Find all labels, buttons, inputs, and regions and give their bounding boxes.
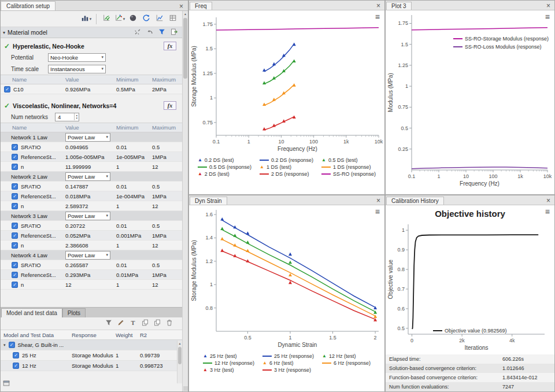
param-min-cell[interactable]: 0.01MPa [116, 272, 152, 278]
param-max-cell[interactable]: 1MPa [152, 272, 182, 278]
column-header[interactable]: Minimum [116, 124, 152, 131]
param-max-cell[interactable]: 0.5 [152, 262, 182, 268]
column-header[interactable]: Response [72, 332, 116, 338]
test-data-row[interactable]: ✓25 HzStorage Modulus10.99739 [1, 350, 182, 361]
param-min-cell[interactable]: 0.001MPa [116, 232, 152, 239]
undo-button[interactable] [144, 27, 156, 38]
row-checkbox[interactable]: ✓ [12, 232, 18, 239]
weight-cell[interactable]: 1 [116, 363, 140, 369]
row-checkbox[interactable]: ✓ [12, 154, 18, 160]
fx-button[interactable]: fx [164, 42, 176, 50]
tab-plots[interactable]: Plots [62, 308, 86, 317]
param-value-cell[interactable]: 0.926MPa [65, 86, 116, 93]
param-max-cell[interactable]: 1MPa [152, 193, 182, 199]
column-header[interactable]: Value [65, 76, 116, 83]
param-value-cell[interactable]: 2.386608 [65, 242, 116, 249]
copy-button[interactable] [139, 318, 151, 330]
param-value-cell[interactable]: 1.005e-005MPa [65, 154, 116, 160]
run-calibration-button[interactable] [101, 13, 112, 25]
param-min-cell[interactable]: 1 [116, 164, 152, 170]
tab-dyn-strain[interactable]: Dyn Strain [190, 197, 227, 205]
param-value-cell[interactable]: 0.265587 [65, 262, 116, 268]
fx-button[interactable]: fx [164, 101, 176, 110]
column-header[interactable]: Model and Test Data [3, 332, 72, 338]
column-header[interactable]: Name [4, 124, 65, 131]
menu-icon[interactable]: ≡ [545, 207, 550, 216]
param-min-cell[interactable]: 0.01 [116, 262, 152, 268]
param-min-cell[interactable]: 0.5MPa [116, 86, 152, 93]
param-value-cell[interactable]: 11.999999 [65, 164, 116, 170]
param-value-cell[interactable]: 0.20722 [65, 223, 116, 229]
scrollbar-thumb[interactable] [178, 347, 182, 364]
scroll-up-icon[interactable]: ▲ [177, 341, 182, 346]
dyn-chart[interactable]: 0.811.21.41.60.511.52Dynamic StrainStora… [190, 205, 384, 352]
row-checkbox[interactable]: ✓ [13, 363, 19, 369]
close-icon[interactable]: × [374, 2, 383, 10]
param-value-cell[interactable]: 0.293MPa [65, 272, 116, 278]
network-4-law-select[interactable]: Power Law▾ [65, 251, 110, 260]
column-header[interactable]: R2 [140, 332, 182, 338]
param-value-cell[interactable]: 2.589372 [65, 203, 116, 209]
dropdown-arrow-icon[interactable]: ▾ [90, 17, 92, 21]
network-2-law-select[interactable]: Power Law▾ [65, 172, 110, 181]
row-checkbox[interactable]: ✓ [12, 193, 18, 199]
column-header[interactable]: Weight [116, 332, 140, 338]
refresh-button[interactable] [140, 13, 152, 25]
num-networks-spinner[interactable]: 4▴▾ [55, 113, 79, 121]
column-header[interactable]: Value [65, 124, 116, 131]
param-max-cell[interactable]: 12 [152, 203, 182, 209]
freq-chart[interactable]: 0.7511.251.51.750.11101001k10kFrequency … [190, 10, 384, 156]
material-sphere-button[interactable] [127, 13, 139, 25]
tab-freq[interactable]: Freq [190, 2, 212, 10]
left-scrollbar[interactable]: ▲ [182, 11, 188, 391]
close-icon[interactable]: × [544, 197, 553, 205]
tests-scrollbar[interactable]: ▲ [177, 341, 182, 383]
export-button[interactable] [168, 27, 180, 38]
pencil-button[interactable] [115, 318, 127, 330]
time-scale-select[interactable]: Instantaneous▾ [48, 65, 106, 73]
text-T-button[interactable]: T [127, 318, 139, 330]
tab-plot3[interactable]: Plot 3 [386, 2, 412, 10]
row-checkbox[interactable]: ✓ [12, 164, 18, 170]
row-checkbox[interactable]: ✓ [12, 242, 18, 249]
param-min-cell[interactable]: 1 [116, 282, 152, 288]
param-max-cell[interactable]: 0.5 [152, 223, 182, 229]
scrollbar-thumb[interactable] [183, 18, 187, 79]
copy-button[interactable] [151, 318, 163, 330]
param-min-cell[interactable]: 1 [116, 203, 152, 209]
row-checkbox[interactable]: ✓ [12, 282, 18, 288]
histogram-button[interactable]: ▾ [80, 13, 92, 25]
param-min-cell[interactable]: 0.01 [116, 183, 152, 190]
network-3-law-select[interactable]: Power Law▾ [65, 212, 110, 220]
param-min-cell[interactable]: 0.01 [116, 144, 152, 150]
column-header[interactable]: Maximum [152, 76, 182, 83]
menu-icon[interactable]: ≡ [545, 12, 550, 21]
trash-button[interactable] [164, 318, 175, 330]
test-data-row[interactable]: ✓12 HzStorage Modulus10.998723 [1, 361, 182, 371]
row-checkbox[interactable]: ✓ [12, 262, 18, 268]
expander-icon[interactable]: ▾ [3, 343, 6, 347]
row-checkbox[interactable]: ✓ [12, 223, 18, 229]
param-max-cell[interactable]: 12 [152, 164, 182, 170]
close-icon[interactable]: × [544, 2, 553, 10]
param-min-cell[interactable]: 1e-004MPa [116, 193, 152, 199]
param-max-cell[interactable]: 1MPa [152, 232, 182, 239]
dropdown-arrow-icon[interactable]: ▾ [123, 17, 125, 21]
unlink-button[interactable] [132, 27, 143, 38]
row-checkbox[interactable]: ✓ [12, 144, 18, 150]
menu-icon[interactable]: ≡ [375, 12, 380, 21]
param-max-cell[interactable]: 12 [152, 282, 182, 288]
plot-button[interactable] [154, 13, 165, 25]
test-data-row[interactable]: ▾✓Shear, G Built-in ... [1, 340, 182, 350]
tab-calibration-history[interactable]: Calibration History [386, 197, 444, 205]
close-icon[interactable]: × [177, 2, 186, 10]
tab-model-and-test-data[interactable]: Model and test data [1, 308, 62, 317]
param-min-cell[interactable]: 0.01 [116, 223, 152, 229]
param-max-cell[interactable]: 12 [152, 242, 182, 249]
param-value-cell[interactable]: 0.094965 [65, 144, 116, 150]
row-checkbox[interactable]: ✓ [4, 86, 10, 93]
param-max-cell[interactable]: 0.5 [152, 144, 182, 150]
row-checkbox[interactable]: ✓ [9, 342, 15, 348]
filter-blue-button[interactable] [156, 27, 168, 38]
param-min-cell[interactable]: 1 [116, 242, 152, 249]
